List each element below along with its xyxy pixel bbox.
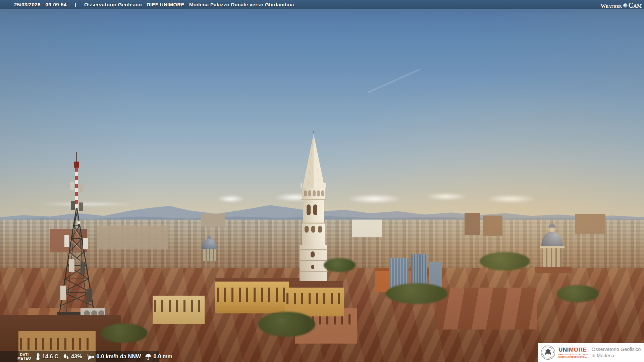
camera-title: Osservatorio Geofisico - DIEF UNIMORE - … bbox=[84, 2, 294, 7]
high-rise bbox=[465, 213, 480, 235]
weather-data-bar: DATI METEO 14.6 C 43% bbox=[0, 351, 159, 362]
wind-value: 0.0 km/h da NNW bbox=[97, 354, 141, 360]
white-slab-building bbox=[352, 220, 382, 237]
dome bbox=[541, 232, 563, 247]
weathercam-logo-text: W bbox=[601, 3, 606, 9]
university-subtitle-line2: MODENA E REGGIO EMILIA bbox=[558, 356, 588, 358]
unimore-more: MORE bbox=[569, 347, 587, 353]
weathercam-logo-text: EATHER bbox=[606, 4, 622, 8]
unimore-wordmark: UNIMORE bbox=[558, 347, 588, 353]
roof-strip bbox=[535, 267, 572, 273]
dome-drum bbox=[203, 249, 216, 261]
high-rise bbox=[575, 214, 605, 234]
webcam-page: 25/03/2026 - 09:09:54 | Osservatorio Geo… bbox=[0, 0, 644, 362]
status-bar: 25/03/2026 - 09:09:54 | Osservatorio Geo… bbox=[0, 0, 644, 9]
tree-canopy bbox=[480, 252, 530, 270]
weathercam-logo-text: C bbox=[629, 2, 633, 9]
tree-canopy bbox=[258, 312, 315, 337]
rain-value: 0.0 mm bbox=[153, 354, 172, 360]
datetime-label: 25/03/2026 - 09:09:54 bbox=[14, 2, 67, 7]
separator: | bbox=[75, 2, 76, 7]
high-rise bbox=[483, 216, 502, 236]
wind-icon bbox=[87, 353, 95, 360]
church-dome-left bbox=[200, 234, 219, 265]
dati-meteo-line2: METEO bbox=[17, 357, 31, 360]
unimore-wordmark-block: UNIMORE UNIVERSITÀ DEGLI STUDI DI MODENA… bbox=[558, 347, 588, 358]
dati-meteo-label: DATI METEO bbox=[17, 353, 31, 360]
tree-canopy bbox=[324, 258, 356, 272]
thermometer-icon bbox=[35, 353, 41, 361]
window-row bbox=[154, 300, 203, 312]
unimore-seal-icon bbox=[541, 345, 555, 360]
university-subtitle-line1: UNIVERSITÀ DEGLI STUDI DI bbox=[558, 354, 588, 356]
weathercam-logo-text: AM bbox=[633, 3, 642, 9]
tree-canopy bbox=[101, 323, 148, 343]
temperature-metric: 14.6 C bbox=[35, 353, 58, 361]
temperature-value: 14.6 C bbox=[42, 354, 58, 360]
webcam-photo bbox=[0, 0, 644, 362]
humidity-value: 43% bbox=[71, 354, 82, 360]
tree-canopy bbox=[557, 285, 599, 302]
observatory-name-line2: di Modena bbox=[592, 353, 641, 359]
window-row bbox=[286, 293, 342, 304]
tree-canopy bbox=[386, 283, 448, 304]
large-roofs bbox=[436, 288, 537, 329]
humidity-icon bbox=[63, 353, 69, 360]
cream-building bbox=[153, 296, 205, 324]
church-dome-right bbox=[539, 221, 567, 271]
telecom-mast bbox=[47, 152, 107, 322]
dome-drum bbox=[543, 248, 561, 269]
unimore-logo-box[interactable]: UNIMORE UNIVERSITÀ DEGLI STUDI DI MODENA… bbox=[538, 343, 644, 362]
university-subtitle: UNIVERSITÀ DEGLI STUDI DI MODENA E REGGI… bbox=[558, 354, 588, 358]
rain-metric: 0.0 mm bbox=[145, 353, 172, 360]
rain-icon bbox=[145, 353, 152, 360]
observatory-name: Osservatorio Geofisico di Modena bbox=[592, 346, 641, 359]
globe-icon bbox=[623, 3, 628, 8]
observatory-name-line1: Osservatorio Geofisico bbox=[592, 346, 641, 353]
weathercam-logo[interactable]: WEATHER CAM bbox=[601, 0, 642, 9]
window-row bbox=[20, 338, 94, 350]
humidity-metric: 43% bbox=[63, 353, 82, 360]
mid-building bbox=[201, 214, 225, 227]
dome bbox=[202, 239, 217, 249]
apartment-block bbox=[97, 226, 168, 249]
wind-metric: 0.0 km/h da NNW bbox=[87, 353, 141, 360]
unimore-uni: UNI bbox=[558, 347, 569, 353]
